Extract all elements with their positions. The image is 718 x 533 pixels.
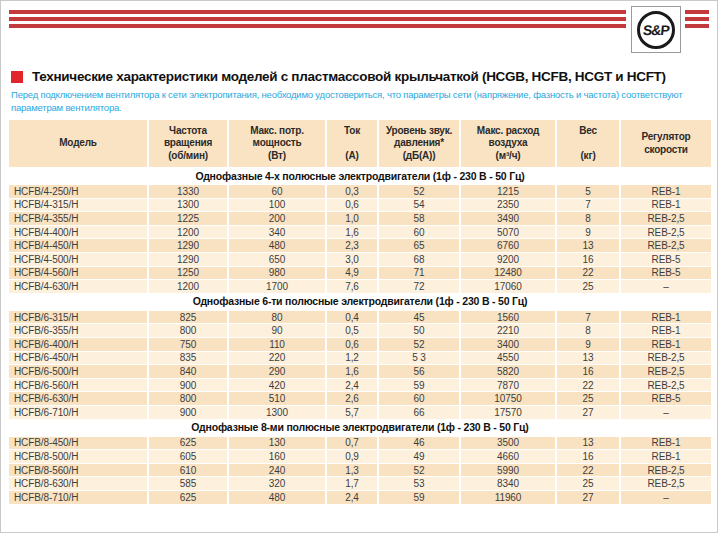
table-row: HCFB/4-355/H12252001,05834908REB-2,5: [9, 211, 711, 225]
col-header-power: Макс. потр. мощность (Вт): [229, 120, 327, 167]
value-cell: 1250: [149, 266, 229, 280]
value-cell: 900: [149, 378, 229, 392]
red-stripes-right: [685, 6, 709, 31]
value-cell: 2,4: [327, 378, 379, 392]
table-row: HCFB/6-630/H8005102,6601075025REB-5: [9, 391, 711, 405]
value-cell: –: [621, 490, 711, 504]
value-cell: 4660: [461, 449, 557, 463]
model-cell: HCFB/6-630/H: [9, 391, 149, 405]
value-cell: 59: [379, 378, 461, 392]
value-cell: 3,0: [327, 252, 379, 266]
value-cell: 68: [379, 252, 461, 266]
value-cell: 60: [379, 391, 461, 405]
value-cell: 340: [229, 225, 327, 239]
sp-logo-circle: S&P: [637, 11, 675, 49]
value-cell: 50: [379, 323, 461, 337]
value-cell: 0,4: [327, 310, 379, 324]
value-cell: REB-2,5: [621, 211, 711, 225]
model-cell: HCFB/4-250/H: [9, 184, 149, 198]
value-cell: 0,5: [327, 323, 379, 337]
value-cell: 13: [557, 238, 621, 252]
value-cell: 65: [379, 238, 461, 252]
model-cell: HCFB/6-400/H: [9, 337, 149, 351]
value-cell: 7870: [461, 378, 557, 392]
table-row: HCFB/6-315/H825800,44515607REB-1: [9, 310, 711, 324]
value-cell: 27: [557, 405, 621, 419]
value-cell: 71: [379, 266, 461, 280]
value-cell: 980: [229, 266, 327, 280]
model-cell: HCFB/8-500/H: [9, 449, 149, 463]
value-cell: 5 3: [379, 351, 461, 365]
value-cell: REB-2,5: [621, 463, 711, 477]
table-row: HCFB/6-450/H8352201,25 3455013REB-2,5: [9, 351, 711, 365]
model-cell: HCFB/8-560/H: [9, 463, 149, 477]
table-row: HCFB/4-400/H12003401,66050709REB-2,5: [9, 225, 711, 239]
table-row: HCFB/4-500/H12906503,068920016REB-5: [9, 252, 711, 266]
col-header-weight: Вес (кг): [557, 120, 621, 167]
table-row: HCFB/4-630/H120017007,6721706025–: [9, 279, 711, 293]
value-cell: REB-1: [621, 310, 711, 324]
value-cell: 49: [379, 449, 461, 463]
col-header-airflow: Макс. расход воздуха (м³/ч): [461, 120, 557, 167]
value-cell: 220: [229, 351, 327, 365]
value-cell: 1,7: [327, 476, 379, 490]
value-cell: 4550: [461, 351, 557, 365]
value-cell: 22: [557, 463, 621, 477]
value-cell: –: [621, 405, 711, 419]
value-cell: 9: [557, 225, 621, 239]
model-cell: HCFB/6-355/H: [9, 323, 149, 337]
value-cell: 800: [149, 323, 229, 337]
value-cell: 52: [379, 463, 461, 477]
value-cell: 420: [229, 378, 327, 392]
value-cell: 16: [557, 449, 621, 463]
value-cell: 0,6: [327, 198, 379, 212]
value-cell: 605: [149, 449, 229, 463]
value-cell: REB-2,5: [621, 351, 711, 365]
model-cell: HCFB/4-450/H: [9, 238, 149, 252]
value-cell: 625: [149, 436, 229, 450]
value-cell: 66: [379, 405, 461, 419]
value-cell: 160: [229, 449, 327, 463]
value-cell: 800: [149, 391, 229, 405]
value-cell: 17570: [461, 405, 557, 419]
value-cell: 16: [557, 252, 621, 266]
value-cell: 1,6: [327, 364, 379, 378]
value-cell: 25: [557, 476, 621, 490]
table-header-row: МодельЧастота вращения (об/мин)Макс. пот…: [9, 120, 711, 167]
value-cell: 650: [229, 252, 327, 266]
model-cell: HCFB/8-710/H: [9, 490, 149, 504]
value-cell: 100: [229, 198, 327, 212]
value-cell: 835: [149, 351, 229, 365]
sp-logo: S&P: [631, 6, 681, 53]
value-cell: REB-2,5: [621, 364, 711, 378]
value-cell: 1225: [149, 211, 229, 225]
model-cell: HCFB/4-560/H: [9, 266, 149, 280]
value-cell: 8340: [461, 476, 557, 490]
section-header-row: Однофазные 4-х полюсные электродвигатели…: [9, 167, 711, 184]
table-row: HCFB/4-250/H1330600,35212155REB-1: [9, 184, 711, 198]
section-header-label: Однофазные 4-х полюсные электродвигатели…: [9, 167, 711, 184]
value-cell: 80: [229, 310, 327, 324]
value-cell: 240: [229, 463, 327, 477]
value-cell: –: [621, 279, 711, 293]
value-cell: 25: [557, 391, 621, 405]
value-cell: REB-5: [621, 252, 711, 266]
value-cell: 0,9: [327, 449, 379, 463]
value-cell: 45: [379, 310, 461, 324]
value-cell: 52: [379, 337, 461, 351]
value-cell: 7: [557, 198, 621, 212]
value-cell: 12480: [461, 266, 557, 280]
table-row: HCFB/6-355/H800900,55022108REB-1: [9, 323, 711, 337]
value-cell: 110: [229, 337, 327, 351]
value-cell: REB-1: [621, 323, 711, 337]
value-cell: REB-5: [621, 266, 711, 280]
value-cell: 4,9: [327, 266, 379, 280]
value-cell: 840: [149, 364, 229, 378]
table-row: HCFB/4-450/H12904802,365676013REB-2,5: [9, 238, 711, 252]
value-cell: 7: [557, 310, 621, 324]
col-header-current: Ток (А): [327, 120, 379, 167]
value-cell: 1300: [149, 198, 229, 212]
value-cell: REB-5: [621, 391, 711, 405]
value-cell: 0,3: [327, 184, 379, 198]
intro-note: Перед подключением вентилятора к сети эл…: [11, 89, 709, 114]
